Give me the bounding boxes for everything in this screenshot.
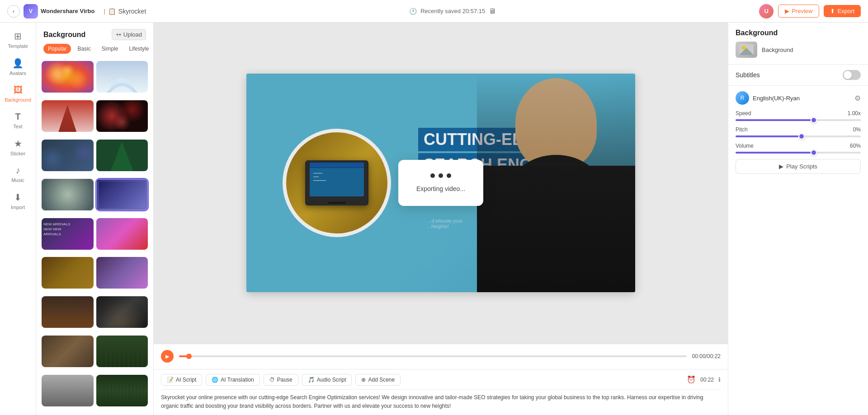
loading-dots — [430, 173, 451, 178]
bg-thumb-18[interactable] — [96, 375, 148, 406]
bg-thumb-5[interactable] — [42, 140, 94, 171]
filter-icon[interactable]: ⚙ — [854, 94, 861, 103]
add-scene-button[interactable]: ⊕ Add Scene — [355, 374, 401, 386]
bg-thumb-15[interactable] — [42, 336, 94, 367]
sidebar-item-import[interactable]: ⬇ Import — [2, 188, 34, 214]
play-button[interactable]: ▶ — [161, 350, 174, 363]
bg-thumb-10[interactable] — [96, 218, 148, 250]
pitch-value: 0% — [853, 126, 861, 133]
preview-icon: ▶ — [785, 8, 789, 14]
pause-icon: ⏱ — [269, 377, 275, 383]
timeline-handle[interactable] — [186, 354, 192, 359]
preview-button[interactable]: ▶ Preview — [778, 5, 819, 18]
info-icon: ℹ — [718, 376, 721, 383]
bg-thumb-2[interactable] — [96, 61, 148, 93]
bg-thumb-14[interactable] — [96, 296, 148, 328]
ai-script-button[interactable]: 📝 AI Script — [161, 374, 202, 386]
background-grid: NEW ARRIVALSNEW NEWARRIVALS — [36, 57, 153, 415]
duration-icon: ⏰ — [687, 375, 696, 384]
bg-thumb-11[interactable] — [42, 257, 94, 289]
rs-bg-item: Background — [736, 42, 861, 58]
save-status: 🕐 Recently saved 20:57:15 🖥 — [151, 7, 754, 15]
tab-basic[interactable]: Basic — [73, 44, 95, 54]
speed-thumb[interactable] — [811, 117, 817, 123]
time-display: 00:00/00:22 — [692, 353, 721, 359]
dot-3 — [447, 173, 451, 178]
pitch-section: Pitch 0% — [736, 126, 861, 137]
text-icon: T — [15, 112, 20, 122]
export-dialog: Exporting video... — [398, 160, 483, 206]
timeline-bar[interactable] — [179, 355, 687, 357]
upload-button[interactable]: + + Upload — [112, 29, 146, 40]
bg-thumb-4[interactable] — [96, 100, 148, 132]
monitor-icon[interactable]: 🖥 — [489, 7, 496, 15]
tab-lifestyle[interactable]: Lifestyle — [124, 44, 153, 54]
sidebar-item-sticker[interactable]: ★ Sticker — [2, 135, 34, 160]
pitch-thumb[interactable] — [798, 133, 805, 140]
pitch-header: Pitch 0% — [736, 126, 861, 133]
export-icon: ⬆ — [830, 8, 835, 14]
audio-script-icon: 🎵 — [308, 377, 315, 383]
sidebar-item-avatars[interactable]: 👤 Avatars — [2, 54, 34, 79]
volume-slider[interactable] — [736, 152, 861, 154]
topbar-left: ‹ V Wondershare Virbo | 📋 Skyrocket — [7, 4, 146, 19]
sidebar-label-avatars: Avatars — [9, 70, 26, 76]
tab-simple[interactable]: Simple — [97, 44, 123, 54]
sticker-icon: ★ — [14, 138, 22, 149]
pitch-slider[interactable] — [736, 135, 861, 137]
bg-thumb-13[interactable] — [42, 296, 94, 328]
video-area: ━━━━━━━━━━━━━━━ CUTTING-EDGE SEARCH ENGI… — [154, 23, 728, 344]
bg-thumb-1[interactable] — [42, 61, 94, 93]
voice-avatar: R — [736, 91, 749, 105]
bg-thumb-3[interactable] — [42, 100, 94, 132]
back-button[interactable]: ‹ — [7, 5, 20, 18]
bg-thumb-12[interactable] — [96, 257, 148, 289]
sidebar-item-template[interactable]: ⊞ Template — [2, 27, 34, 52]
topbar-right: U ▶ Preview ⬆ Export — [759, 4, 861, 19]
import-icon: ⬇ — [14, 192, 22, 203]
dot-1 — [430, 173, 435, 178]
volume-fill — [736, 152, 811, 154]
bg-thumb-17[interactable] — [42, 375, 94, 406]
export-button[interactable]: ⬆ Export — [824, 5, 861, 17]
sidebar-label-import: Import — [11, 205, 25, 210]
play-scripts-button[interactable]: ▶ Play Scripts — [736, 159, 861, 174]
bottom-panel: 📝 AI Script 🌐 AI Translation ⏱ Pause 🎵 A… — [154, 369, 728, 415]
sidebar-label-text: Text — [13, 124, 22, 129]
sidebar-label-sticker: Sticker — [10, 151, 26, 156]
volume-thumb[interactable] — [811, 149, 817, 156]
template-icon: ⊞ — [14, 31, 22, 42]
tab-popular[interactable]: Popular — [43, 44, 71, 54]
add-scene-icon: ⊕ — [361, 377, 366, 383]
subtitles-label: Subtitles — [736, 71, 760, 79]
pause-button[interactable]: ⏱ Pause — [264, 374, 298, 386]
ai-translation-button[interactable]: 🌐 AI Translation — [206, 374, 259, 386]
rs-subtitles-section: Subtitles — [728, 65, 868, 85]
logo-icon: V — [24, 4, 38, 19]
bg-thumb-6[interactable] — [96, 140, 148, 171]
export-overlay: Exporting video... — [246, 74, 635, 292]
bg-thumb-8[interactable] — [96, 179, 148, 210]
bg-thumb-9[interactable]: NEW ARRIVALSNEW NEWARRIVALS — [42, 218, 94, 250]
speed-label: Speed — [736, 110, 751, 117]
sidebar-label-template: Template — [8, 43, 28, 49]
dot-2 — [439, 173, 443, 178]
play-scripts-icon: ▶ — [779, 163, 783, 170]
sidebar-label-background: Background — [5, 97, 31, 103]
bg-thumb-16[interactable] — [96, 336, 148, 367]
duration-badge: 00:22 — [700, 377, 714, 383]
ai-translation-icon: 🌐 — [212, 377, 218, 383]
bg-thumb-7[interactable] — [42, 179, 94, 210]
sidebar-item-music[interactable]: ♪ Music — [2, 162, 34, 187]
sidebar-item-background[interactable]: 🖼 Background — [2, 81, 34, 106]
logo-text: Wondershare Virbo — [41, 8, 94, 14]
pitch-fill — [736, 135, 798, 137]
audio-script-button[interactable]: 🎵 Audio Script — [302, 374, 352, 386]
timeline: ▶ 00:00/00:22 — [154, 344, 728, 369]
speed-slider[interactable] — [736, 119, 861, 121]
rs-bg-label: Background — [762, 47, 793, 53]
sidebar-label-music: Music — [11, 177, 24, 183]
subtitles-toggle[interactable] — [843, 70, 861, 80]
main-area: ⊞ Template 👤 Avatars 🖼 Background T Text… — [0, 23, 868, 415]
sidebar-item-text[interactable]: T Text — [2, 108, 34, 133]
